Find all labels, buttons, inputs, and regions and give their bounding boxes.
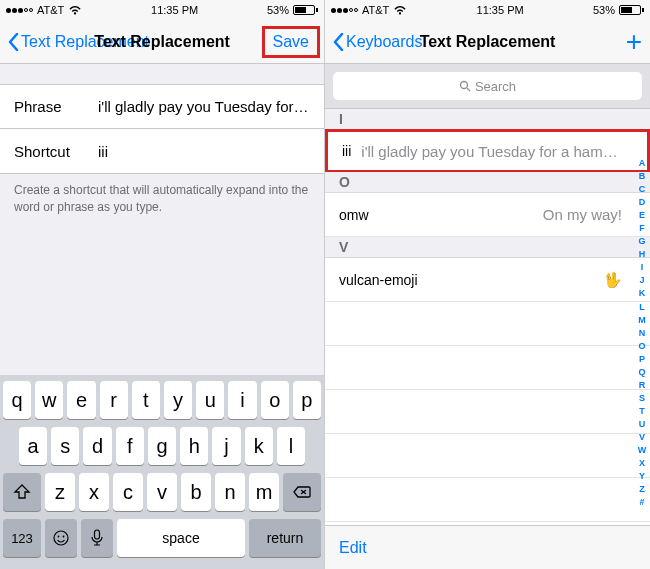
phrase-label: Phrase	[14, 98, 88, 115]
key-numbers[interactable]: 123	[3, 519, 41, 557]
index-letter[interactable]: J	[639, 274, 644, 287]
index-bar[interactable]: ABCDEFGHIJKLMNOPQRSTUVWXYZ#	[635, 157, 649, 477]
search-wrap: Search	[325, 64, 650, 109]
search-icon	[459, 80, 471, 92]
key-mic[interactable]	[81, 519, 113, 557]
key-space[interactable]: space	[117, 519, 245, 557]
key-return[interactable]: return	[249, 519, 321, 557]
key-h[interactable]: h	[180, 427, 208, 465]
key-l[interactable]: l	[277, 427, 305, 465]
key-a[interactable]: a	[19, 427, 47, 465]
key-b[interactable]: b	[181, 473, 211, 511]
list-item-omw[interactable]: omw On my way!	[325, 193, 650, 237]
index-letter[interactable]: D	[639, 196, 646, 209]
kb-row-3: z x c v b n m	[3, 473, 321, 511]
key-e[interactable]: e	[67, 381, 95, 419]
signal-dots-icon	[331, 8, 358, 13]
index-letter[interactable]: U	[639, 418, 646, 431]
save-button[interactable]: Save	[262, 26, 320, 58]
list-item-iii[interactable]: iii i'll gladly pay you Tuesday for a ha…	[325, 129, 650, 173]
page-title: Text Replacement	[94, 33, 230, 51]
shift-icon	[12, 482, 32, 502]
index-letter[interactable]: E	[639, 209, 645, 222]
key-shift[interactable]	[3, 473, 41, 511]
carrier-label: AT&T	[37, 4, 64, 16]
mic-icon	[90, 529, 104, 547]
key-t[interactable]: t	[132, 381, 160, 419]
index-letter[interactable]: H	[639, 248, 646, 261]
index-letter[interactable]: C	[639, 183, 646, 196]
key-x[interactable]: x	[79, 473, 109, 511]
key-backspace[interactable]	[283, 473, 321, 511]
index-letter[interactable]: I	[641, 261, 644, 274]
index-letter[interactable]: M	[638, 314, 646, 327]
phrase-row[interactable]: Phrase i'll gladly pay you Tuesday for a…	[0, 85, 324, 129]
key-p[interactable]: p	[293, 381, 321, 419]
index-letter[interactable]: K	[639, 287, 646, 300]
kb-row-1: q w e r t y u i o p	[3, 381, 321, 419]
chevron-left-icon	[8, 33, 19, 51]
index-letter[interactable]: W	[638, 444, 647, 457]
key-s[interactable]: s	[51, 427, 79, 465]
key-z[interactable]: z	[45, 473, 75, 511]
key-y[interactable]: y	[164, 381, 192, 419]
key-d[interactable]: d	[83, 427, 111, 465]
key-f[interactable]: f	[116, 427, 144, 465]
key-g[interactable]: g	[148, 427, 176, 465]
shortcut-list[interactable]: I iii i'll gladly pay you Tuesday for a …	[325, 109, 650, 525]
index-letter[interactable]: G	[638, 235, 645, 248]
list-item	[325, 390, 650, 434]
index-letter[interactable]: #	[639, 496, 644, 509]
search-input[interactable]: Search	[333, 72, 642, 100]
index-letter[interactable]: P	[639, 353, 645, 366]
index-letter[interactable]: N	[639, 327, 646, 340]
phrase-input[interactable]: i'll gladly pay you Tuesday for a ham...	[98, 98, 310, 115]
navbar-edit: Text Replacement Text Replacement Save	[0, 20, 324, 64]
index-letter[interactable]: B	[639, 170, 646, 183]
key-c[interactable]: c	[113, 473, 143, 511]
hint-text: Create a shortcut that will automaticall…	[0, 174, 324, 224]
plus-icon: +	[626, 26, 642, 57]
index-letter[interactable]: L	[639, 301, 645, 314]
index-letter[interactable]: Y	[639, 470, 645, 483]
index-letter[interactable]: Q	[638, 366, 645, 379]
backspace-icon	[292, 482, 312, 502]
key-r[interactable]: r	[100, 381, 128, 419]
key-m[interactable]: m	[249, 473, 279, 511]
svg-point-4	[460, 82, 467, 89]
clock-label: 11:35 PM	[477, 4, 524, 16]
index-letter[interactable]: F	[639, 222, 645, 235]
index-letter[interactable]: S	[639, 392, 645, 405]
key-j[interactable]: j	[212, 427, 240, 465]
shortcut-phrase: On my way!	[379, 206, 622, 223]
list-item	[325, 302, 650, 346]
phone-edit-screen: AT&T 11:35 PM 53% Text Replacement Text …	[0, 0, 325, 569]
key-o[interactable]: o	[261, 381, 289, 419]
index-letter[interactable]: Z	[639, 483, 645, 496]
index-letter[interactable]: R	[639, 379, 646, 392]
svg-rect-3	[95, 530, 100, 539]
key-emoji[interactable]	[45, 519, 77, 557]
index-letter[interactable]: O	[638, 340, 645, 353]
key-n[interactable]: n	[215, 473, 245, 511]
index-letter[interactable]: V	[639, 431, 645, 444]
list-item-vulcan[interactable]: vulcan-emoji 🖖	[325, 258, 650, 302]
index-letter[interactable]: T	[639, 405, 645, 418]
edit-button[interactable]: Edit	[339, 539, 367, 557]
key-v[interactable]: v	[147, 473, 177, 511]
shortcut-input[interactable]: iii	[98, 143, 310, 160]
key-u[interactable]: u	[196, 381, 224, 419]
key-i[interactable]: i	[228, 381, 256, 419]
key-q[interactable]: q	[3, 381, 31, 419]
key-k[interactable]: k	[245, 427, 273, 465]
key-w[interactable]: w	[35, 381, 63, 419]
index-letter[interactable]: A	[639, 157, 646, 170]
shortcut-key: vulcan-emoji	[339, 272, 418, 288]
section-header-v: V	[325, 237, 650, 258]
add-button[interactable]: +	[626, 28, 642, 56]
index-letter[interactable]: X	[639, 457, 645, 470]
shortcut-key: omw	[339, 207, 369, 223]
shortcut-row[interactable]: Shortcut iii	[0, 129, 324, 173]
back-button[interactable]: Keyboards	[333, 33, 423, 51]
svg-point-1	[58, 536, 60, 538]
